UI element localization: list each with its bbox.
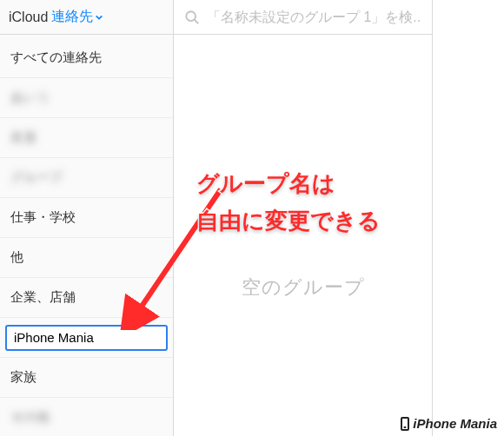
sidebar-item-label: 仕事・学校 xyxy=(10,209,76,226)
sidebar-item-label: 企業、店舗 xyxy=(10,289,76,306)
sidebar-item[interactable] xyxy=(0,318,173,358)
detail-pane xyxy=(433,0,504,436)
chevron-down-icon xyxy=(95,13,103,22)
annotation-line1: グループ名は xyxy=(196,165,381,202)
sidebar-item-label: 他 xyxy=(10,249,23,266)
phone-icon xyxy=(401,417,409,431)
svg-point-0 xyxy=(186,11,196,21)
search-input[interactable] xyxy=(207,10,421,25)
sidebar-item[interactable]: 他 xyxy=(0,238,173,278)
search-icon xyxy=(184,10,200,25)
sidebar-item[interactable]: 友達 xyxy=(0,118,173,158)
group-name-input[interactable] xyxy=(5,325,168,351)
sidebar-item[interactable]: 家族 xyxy=(0,358,173,398)
dropdown-label-text: 連絡先 xyxy=(51,8,93,26)
watermark: iPhone Mania xyxy=(401,416,497,431)
annotation-text: グループ名は 自由に変更できる xyxy=(196,165,381,240)
sidebar-item-label: あいう xyxy=(10,89,50,106)
sidebar-item-label: その他 xyxy=(10,409,50,426)
sidebar-item[interactable]: グループ xyxy=(0,158,173,198)
annotation-line2: 自由に変更できる xyxy=(196,202,381,240)
sidebar: iCloud 連絡先 すべての連絡先あいう友達グループ仕事・学校他企業、店舗家族… xyxy=(0,0,174,436)
sidebar-header: iCloud 連絡先 xyxy=(0,0,173,35)
sidebar-item[interactable]: すべての連絡先 xyxy=(0,38,173,78)
sidebar-item[interactable]: 仕事・学校 xyxy=(0,198,173,238)
sidebar-item[interactable]: あいう xyxy=(0,78,173,118)
sidebar-item[interactable]: 企業、店舗 xyxy=(0,278,173,318)
brand-label: iCloud xyxy=(9,10,48,25)
sidebar-item-label: すべての連絡先 xyxy=(10,50,102,66)
sidebar-item[interactable]: その他 xyxy=(0,398,173,436)
search-bar xyxy=(174,0,432,35)
watermark-text: iPhone Mania xyxy=(413,416,497,431)
svg-line-1 xyxy=(195,19,199,23)
sidebar-item-label: 家族 xyxy=(10,369,36,386)
sidebar-item-label: グループ xyxy=(10,169,63,186)
sidebar-item-label: 友達 xyxy=(10,129,36,146)
contacts-dropdown[interactable]: 連絡先 xyxy=(51,8,103,26)
group-list: すべての連絡先あいう友達グループ仕事・学校他企業、店舗家族その他 xyxy=(0,35,173,436)
